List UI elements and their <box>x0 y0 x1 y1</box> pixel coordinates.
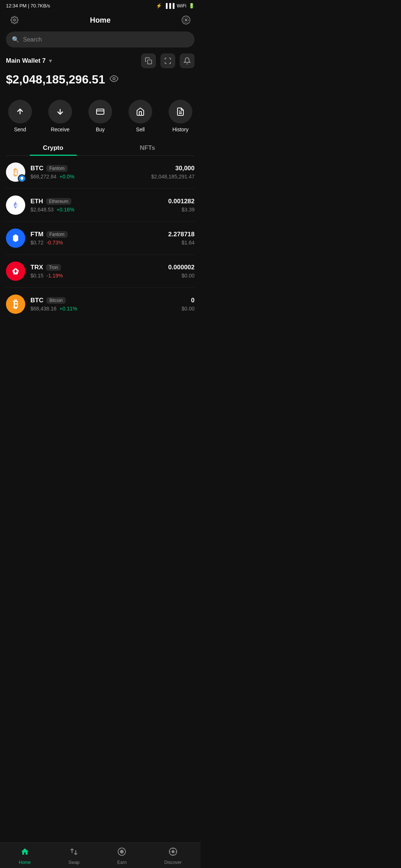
wallet-header: Main Wallet 7 ▼ <box>6 53 195 68</box>
radar-icon[interactable] <box>179 13 193 27</box>
action-buttons: Send Receive Buy Sell <box>0 100 200 140</box>
eth-amounts: 0.001282 $3.39 <box>168 198 195 213</box>
list-item[interactable]: ₿ BTC Fantom $68,272.84 +0.0% 30,000 $2,… <box>6 156 195 189</box>
svg-rect-8 <box>97 109 104 114</box>
status-time: 12:34 PM | 70.7KB/s <box>6 3 50 9</box>
search-icon: 🔍 <box>12 36 19 43</box>
settings-icon[interactable] <box>7 13 22 27</box>
history-icon <box>169 100 192 124</box>
fantom-badge <box>18 174 26 183</box>
wallet-section: Main Wallet 7 ▼ $ <box>0 53 200 100</box>
send-button[interactable]: Send <box>8 100 32 132</box>
ftm-info: FTM Fantom $0.72 -0.73% <box>30 231 168 246</box>
notifications-button[interactable] <box>180 53 195 68</box>
list-item[interactable]: FTM Fantom $0.72 -0.73% 2.278718 $1.64 <box>6 222 195 255</box>
wifi-icon: WiFi <box>177 3 186 9</box>
btc-fantom-icon-wrap: ₿ <box>6 162 25 182</box>
battery-icon: 🔋 <box>189 3 195 9</box>
list-item[interactable]: ₿ BTC Bitcoin $68,438.16 +0.11% 0 $0.00 <box>6 288 195 320</box>
sell-icon <box>128 100 152 124</box>
send-label: Send <box>14 126 26 132</box>
tabs: Crypto NFTs <box>6 140 195 156</box>
btc-bitcoin-info: BTC Bitcoin $68,438.16 +0.11% <box>30 297 182 312</box>
crypto-list: ₿ BTC Fantom $68,272.84 +0.0% 30,000 $2,… <box>0 156 200 320</box>
history-label: History <box>172 126 189 132</box>
history-button[interactable]: History <box>169 100 192 132</box>
eye-icon[interactable] <box>110 74 118 85</box>
sell-label: Sell <box>136 126 144 132</box>
search-container: 🔍 Search <box>0 32 200 53</box>
wallet-name: Main Wallet 7 <box>6 57 46 65</box>
list-item[interactable]: TRX Tron $0.15 -1.19% 0.000002 $0.00 <box>6 255 195 288</box>
eth-icon <box>6 195 25 215</box>
page-title: Home <box>90 16 111 24</box>
wallet-actions <box>141 53 195 68</box>
trx-icon-wrap <box>6 262 25 281</box>
search-placeholder: Search <box>23 36 42 43</box>
status-icons: ⚡ ▐▐▐ WiFi 🔋 <box>156 3 195 9</box>
receive-label: Receive <box>51 126 70 132</box>
wallet-name-row[interactable]: Main Wallet 7 ▼ <box>6 57 53 65</box>
signal-icon: ▐▐▐ <box>164 3 175 9</box>
eth-info: ETH Ethereum $2,648.53 +0.16% <box>30 198 168 213</box>
btc-fantom-info: BTC Fantom $68,272.84 +0.0% <box>30 165 151 180</box>
buy-label: Buy <box>96 126 105 132</box>
btc-bitcoin-amounts: 0 $0.00 <box>182 297 195 312</box>
trx-icon <box>6 262 25 281</box>
eth-icon-wrap <box>6 195 25 215</box>
wallet-dropdown-icon: ▼ <box>48 58 53 64</box>
expand-wallet-button[interactable] <box>160 53 175 68</box>
trx-info: TRX Tron $0.15 -1.19% <box>30 264 168 279</box>
svg-point-5 <box>113 78 115 80</box>
ftm-icon <box>6 228 25 248</box>
search-bar[interactable]: 🔍 Search <box>6 32 195 47</box>
balance-row: $2,048,185,296.51 <box>6 73 195 86</box>
receive-icon <box>48 100 72 124</box>
balance-amount: $2,048,185,296.51 <box>6 73 105 86</box>
bluetooth-icon: ⚡ <box>156 3 162 9</box>
ftm-amounts: 2.278718 $1.64 <box>168 231 195 246</box>
tab-crypto[interactable]: Crypto <box>6 140 100 155</box>
trx-amounts: 0.000002 $0.00 <box>168 264 195 279</box>
svg-point-1 <box>185 19 187 21</box>
ftm-icon-wrap <box>6 228 25 248</box>
btc-icon-wrap: ₿ <box>6 295 25 314</box>
svg-point-0 <box>13 19 16 21</box>
copy-wallet-button[interactable] <box>141 53 156 68</box>
buy-icon <box>88 100 112 124</box>
buy-button[interactable]: Buy <box>88 100 112 132</box>
receive-button[interactable]: Receive <box>48 100 72 132</box>
sell-button[interactable]: Sell <box>128 100 152 132</box>
header: Home <box>0 10 200 32</box>
list-item[interactable]: ETH Ethereum $2,648.53 +0.16% 0.001282 $… <box>6 189 195 222</box>
svg-rect-4 <box>148 60 152 64</box>
btc-fantom-amounts: 30,000 $2,048,185,291.47 <box>151 165 195 180</box>
status-bar: 12:34 PM | 70.7KB/s ⚡ ▐▐▐ WiFi 🔋 <box>0 0 200 10</box>
svg-marker-12 <box>21 177 23 180</box>
tab-nfts[interactable]: NFTs <box>100 140 195 155</box>
btc-icon: ₿ <box>6 295 25 314</box>
send-icon <box>8 100 32 124</box>
